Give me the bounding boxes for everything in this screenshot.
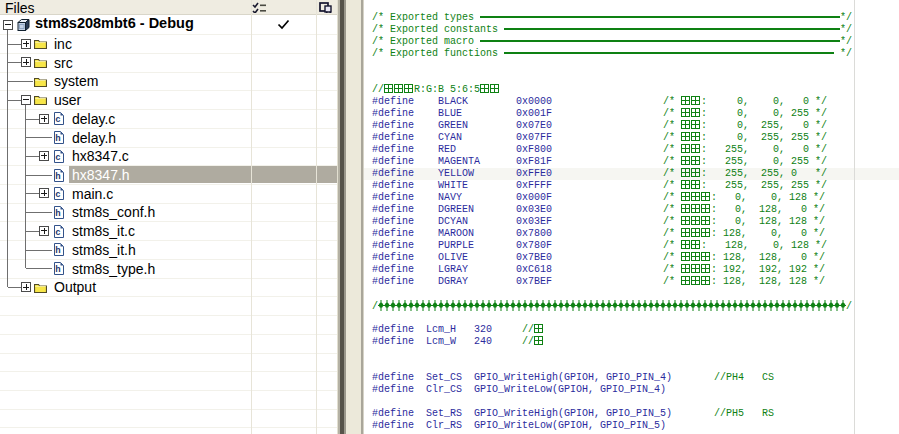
svg-text:h: h bbox=[55, 246, 60, 256]
svg-text:h: h bbox=[55, 265, 60, 275]
svg-text:h: h bbox=[55, 209, 60, 219]
svg-text:c: c bbox=[55, 228, 60, 238]
svg-text:h: h bbox=[55, 172, 60, 182]
svg-text:c: c bbox=[55, 190, 60, 200]
svg-text:c: c bbox=[55, 153, 60, 163]
svg-text:c: c bbox=[55, 115, 60, 125]
svg-text:h: h bbox=[55, 134, 60, 144]
